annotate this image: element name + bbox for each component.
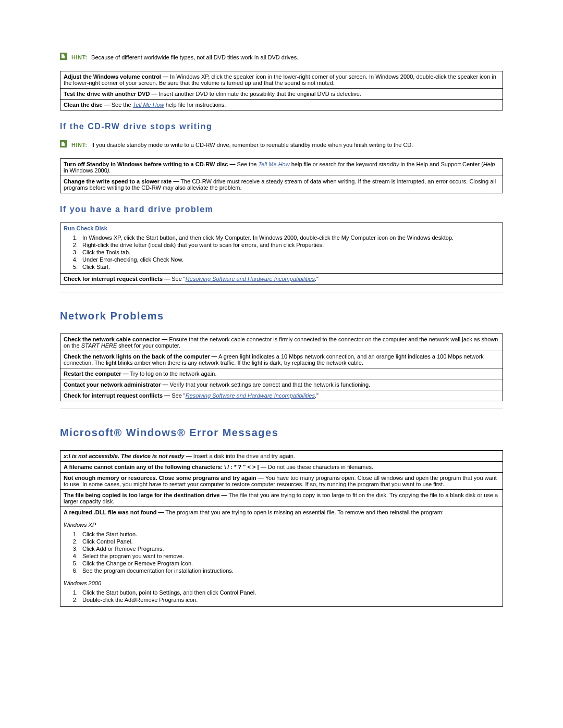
hint-text: Because of different worldwide file type… [91,54,298,60]
os-label-xp: Windows XP [64,522,499,528]
heading-error-messages: Microsoft® Windows® Error Messages [60,427,503,439]
step-title: x:\ is not accessible. The device is not… [64,453,192,459]
incompatibilities-link[interactable]: Resolving Software and Hardware Incompat… [186,276,315,282]
hint-icon [60,140,67,147]
divider [60,292,503,292]
list-item: Under Error-checking, click Check Now. [79,256,499,263]
heading-cdrw: If the CD-RW drive stops writing [60,122,503,131]
hint-label: HINT: [71,142,88,148]
step-title: Check the network lights on the back of … [64,353,217,360]
list-item: In Windows XP, click the Start button, a… [79,235,499,241]
hard-drive-table: Run Check Disk In Windows XP, click the … [60,223,503,285]
list-item: Click the Start button, point to Setting… [79,589,499,596]
step-title: Change the write speed to a slower rate … [64,178,179,184]
tell-me-how-link[interactable]: Tell Me How [133,102,164,108]
list-item: Click the Tools tab. [79,249,499,255]
list-item: Double-click the Add/Remove Programs ico… [79,597,499,603]
hint-standby: HINT: If you disable standby mode to wri… [60,140,503,149]
step-text: help file for instructions. [164,102,226,108]
list-item: Click the Change or Remove Program icon. [79,560,499,566]
run-check-disk-title: Run Check Disk [64,225,499,231]
list-item: Select the program you want to remove. [79,553,499,559]
list-item: Click the Start button. [79,531,499,537]
heading-hard-drive: If you have a hard drive problem [60,205,503,214]
step-title: Not enough memory or resources. Close so… [64,475,264,481]
step-title: Turn off Standby in Windows before writi… [64,161,235,167]
hint-dvd-filetypes: HINT: Because of different worldwide fil… [60,52,503,61]
list-item: Click Add or Remove Programs. [79,546,499,552]
divider [60,409,503,409]
hint-text: If you disable standby mode to write to … [91,142,413,148]
os-label-2000: Windows 2000 [64,580,499,586]
list-item: See the program documentation for instal… [79,567,499,574]
tell-me-how-link[interactable]: Tell Me How [259,161,290,167]
hint-icon [60,53,67,60]
step-text: Insert another DVD to eliminate the poss… [157,91,361,97]
step-text: See the [110,102,133,108]
incompatibilities-link[interactable]: Resolving Software and Hardware Incompat… [186,392,315,399]
step-title: Check for interrupt request conflicts — [64,276,170,282]
step-title: Check the network cable connector — [64,336,167,342]
network-table: Check the network cable connector — Ensu… [60,334,503,401]
error-messages-table: x:\ is not accessible. The device is not… [60,450,503,607]
step-title: Clean the disc — [64,102,110,108]
step-title: Adjust the Windows volume control — [64,73,168,80]
step-title: A filename cannot contain any of the fol… [64,464,266,470]
step-title: A required .DLL file was not found — [64,509,164,515]
dvd-troubleshoot-table: Adjust the Windows volume control — In W… [60,71,503,110]
cdrw-troubleshoot-table: Turn off Standby in Windows before writi… [60,158,503,193]
step-title: Check for interrupt request conflicts — [64,392,170,399]
step-title: The file being copied is too large for t… [64,492,227,498]
list-item: Click Control Panel. [79,538,499,545]
step-title: Test the drive with another DVD — [64,91,157,97]
step-title: Contact your network administrator — [64,381,168,388]
list-item: Click Start. [79,264,499,270]
step-title: Restart the computer — [64,371,129,377]
document-page: HINT: Because of different worldwide fil… [0,0,563,728]
hint-label: HINT: [71,54,88,60]
list-item: Right-click the drive letter (local disk… [79,242,499,248]
heading-network: Network Problems [60,310,503,322]
